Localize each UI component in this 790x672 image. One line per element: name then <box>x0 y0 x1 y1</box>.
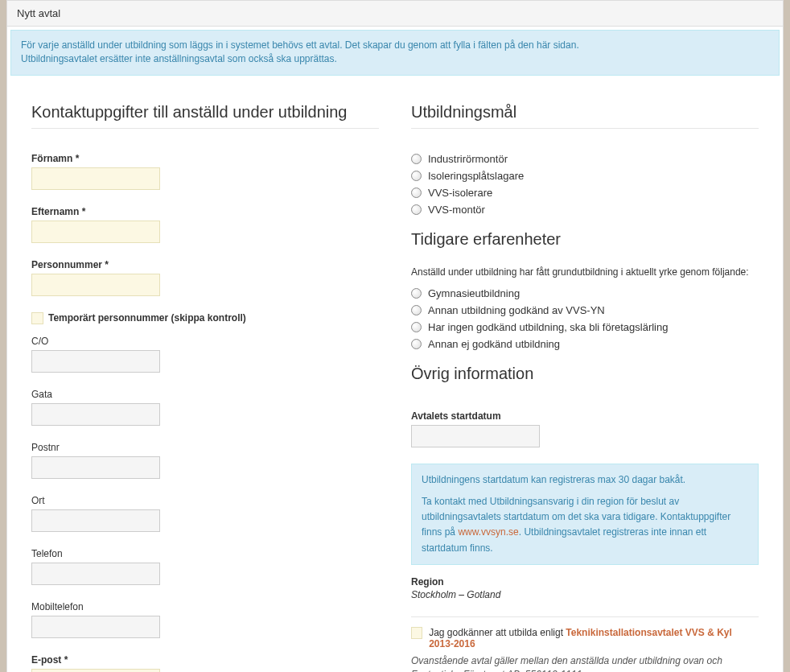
vvsyn-link[interactable]: www.vvsyn.se <box>458 526 518 538</box>
goal-label-1: Isoleringsplåtslagare <box>428 170 524 182</box>
epost-label: E-post * <box>31 654 379 666</box>
goal-row-3[interactable]: VVS-montör <box>411 204 759 216</box>
startdatum-label: Avtalets startdatum <box>411 410 759 422</box>
startdatum-info-line2: Ta kontakt med Utbildningsansvarig i din… <box>422 494 748 556</box>
goal-radio-2[interactable] <box>411 188 422 198</box>
left-column: Kontaktuppgifter till anställd under utb… <box>31 103 379 672</box>
temp-pnr-checkbox[interactable] <box>31 312 43 324</box>
utbildningsmal-title: Utbildningsmål <box>411 103 759 129</box>
agree-checkbox[interactable] <box>411 627 422 639</box>
goal-row-2[interactable]: VVS-isolerare <box>411 187 759 199</box>
agree-row[interactable]: Jag godkänner att utbilda enligt Tekniki… <box>411 627 759 649</box>
info-line-2: Utbildningsavtalet ersätter inte anställ… <box>21 52 769 66</box>
exp-row-0[interactable]: Gymnasieutbildning <box>411 287 759 299</box>
mobil-label: Mobiltelefon <box>31 601 379 612</box>
exp-label-2: Har ingen godkänd utbildning, ska bli fö… <box>428 321 668 333</box>
goal-label-3: VVS-montör <box>428 204 485 216</box>
exp-radio-3[interactable] <box>411 339 422 349</box>
goal-radio-3[interactable] <box>411 204 422 215</box>
efternamn-label: Efternamn * <box>31 206 379 217</box>
exp-radio-0[interactable] <box>411 288 422 299</box>
co-label: C/O <box>31 336 379 347</box>
tidigare-title: Tidigare erfarenheter <box>411 230 759 254</box>
startdatum-info-line1: Utbildningens startdatum kan registreras… <box>422 472 748 488</box>
ort-label: Ort <box>31 495 379 506</box>
mobil-input[interactable] <box>31 616 160 638</box>
goal-radio-0[interactable] <box>411 154 422 164</box>
info-line-1: För varje anställd under utbildning som … <box>21 39 769 52</box>
temp-pnr-row[interactable]: Temporärt personnummer (skippa kontroll) <box>31 312 379 324</box>
co-input[interactable] <box>31 350 160 373</box>
goal-row-1[interactable]: Isoleringsplåtslagare <box>411 170 759 182</box>
telefon-input[interactable] <box>31 563 160 585</box>
fornamn-label: Förnamn * <box>31 153 379 164</box>
efternamn-input[interactable] <box>31 221 160 243</box>
exp-row-3[interactable]: Annan ej godkänd utbildning <box>411 338 759 350</box>
info-banner: För varje anställd under utbildning som … <box>10 30 780 76</box>
right-column: Utbildningsmål Industrirörmontör Isoleri… <box>411 103 759 672</box>
region-label: Region <box>411 576 759 587</box>
personnummer-input[interactable] <box>31 274 160 296</box>
agree-sub: Ovanstående avtal gäller mellan den anst… <box>411 654 759 672</box>
exp-label-3: Annan ej godkänd utbildning <box>428 338 560 350</box>
exp-radio-2[interactable] <box>411 322 422 332</box>
exp-label-1: Annan utbildning godkänd av VVS-YN <box>428 304 605 316</box>
telefon-label: Telefon <box>31 548 379 559</box>
postnr-input[interactable] <box>31 456 160 479</box>
goal-row-0[interactable]: Industrirörmontör <box>411 153 759 165</box>
region-value: Stockholm – Gotland <box>411 589 759 600</box>
goals-group: Industrirörmontör Isoleringsplåtslagare … <box>411 153 759 216</box>
exp-group: Gymnasieutbildning Annan utbildning godk… <box>411 287 759 350</box>
tidigare-hint: Anställd under utbildning har fått grund… <box>411 265 759 279</box>
startdatum-input[interactable] <box>411 425 540 447</box>
contact-section-title: Kontaktuppgifter till anställd under utb… <box>31 103 379 129</box>
divider <box>411 616 759 617</box>
goal-label-0: Industrirörmontör <box>428 153 508 165</box>
goal-radio-1[interactable] <box>411 171 422 181</box>
ovrig-title: Övrig information <box>411 365 759 388</box>
epost-input[interactable] <box>31 669 160 672</box>
exp-row-1[interactable]: Annan utbildning godkänd av VVS-YN <box>411 304 759 316</box>
exp-row-2[interactable]: Har ingen godkänd utbildning, ska bli fö… <box>411 321 759 333</box>
fornamn-input[interactable] <box>31 167 160 190</box>
agree-text: Jag godkänner att utbilda enligt Tekniki… <box>429 627 759 649</box>
ort-input[interactable] <box>31 509 160 532</box>
gata-label: Gata <box>31 389 379 400</box>
agree-prefix: Jag godkänner att utbilda enligt <box>429 627 566 638</box>
exp-radio-1[interactable] <box>411 305 422 315</box>
exp-label-0: Gymnasieutbildning <box>428 287 520 299</box>
gata-input[interactable] <box>31 403 160 426</box>
postnr-label: Postnr <box>31 442 379 453</box>
temp-pnr-label: Temporärt personnummer (skippa kontroll) <box>48 312 246 324</box>
page-title: Nytt avtal <box>7 1 783 27</box>
startdatum-info: Utbildningens startdatum kan registreras… <box>411 464 759 565</box>
personnummer-label: Personnummer * <box>31 259 379 270</box>
goal-label-2: VVS-isolerare <box>428 187 492 199</box>
